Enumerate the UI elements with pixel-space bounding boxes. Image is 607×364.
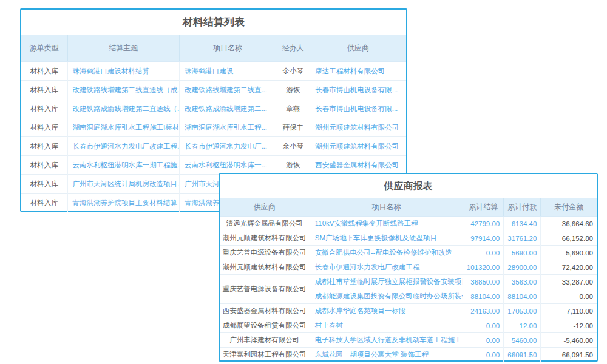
project-name-link[interactable]: 电子科技大学区域人行道及非机动车道工程施工 (310, 333, 463, 348)
settlement-table-title: 材料结算列表 (21, 10, 406, 35)
supplier-table: 供应商 项目名称 累计结算 累计付款 未付金额 清远光辉金属品有限公司 110k… (220, 198, 597, 362)
col-supplier: 供应商 (310, 35, 406, 62)
unpaid-amount-cell: -12.00 (541, 318, 597, 333)
total-paid-cell[interactable]: 12.00 (504, 318, 541, 333)
table-row: 广州丰泽建材有限公司 电子科技大学区域人行道及非机动车道工程施工 0.00 54… (220, 333, 597, 348)
total-settled-cell[interactable]: 0.00 (463, 333, 504, 348)
settlement-subject-link[interactable]: 改建铁路线增建第二线直通线（成... (67, 81, 179, 99)
total-paid-cell[interactable]: 17053.00 (504, 304, 541, 318)
total-paid-cell[interactable]: 31761.20 (504, 231, 541, 246)
settlement-subject-link[interactable]: 湖南洞庭湖水库引水工程施工I标材... (67, 118, 179, 137)
total-settled-cell[interactable]: 0.00 (463, 348, 504, 362)
table-row: 清远光辉金属品有限公司 110kV安徽线程集变开断线路工程 42799.00 6… (220, 217, 597, 231)
supplier-link[interactable]: 康达工程材料有限公司 (310, 62, 406, 81)
handler-cell: 薛保丰 (276, 118, 310, 137)
unpaid-amount-cell: -5,690.00 (541, 246, 597, 260)
supplier-link[interactable]: 长春市博山机电设备有限... (310, 99, 406, 118)
project-name-link[interactable]: SM广场地下车库更换摄像机及硬盘项目 (310, 231, 463, 246)
project-name-link[interactable]: 110kV安徽线程集变开断线路工程 (310, 217, 463, 231)
total-paid-cell[interactable]: 5460.00 (504, 333, 541, 348)
total-settled-cell[interactable]: 88104.00 (463, 289, 504, 304)
total-paid-cell[interactable]: 3563.00 (504, 275, 541, 289)
total-settled-cell[interactable]: 36850.00 (463, 275, 504, 289)
project-name-link[interactable]: 成都杜甫草堂临时展厅独立展柜报警设备安装项目 (310, 275, 463, 289)
col-total-settled: 累计结算 (463, 198, 504, 217)
total-settled-cell[interactable]: 101320.00 (463, 260, 504, 275)
source-type-cell: 材料入库 (21, 156, 67, 175)
project-name-link[interactable]: 村上春树 (310, 318, 463, 333)
supplier-link[interactable]: 潮州元顺建筑材料有限公司 (310, 118, 406, 137)
settlement-subject-link[interactable]: 珠海鹤港口建设材料结算 (67, 62, 179, 81)
project-name-link[interactable]: 湖南洞庭湖水库引水工程... (179, 118, 276, 137)
table-row: 成都展望设备租赁有限公司 村上春树 0.00 12.00 -12.00 (220, 318, 597, 333)
unpaid-amount-cell: -66,091.50 (541, 348, 597, 362)
col-unpaid-amount: 未付金额 (541, 198, 597, 217)
total-paid-cell[interactable]: 5690.00 (504, 246, 541, 260)
col-project-name: 项目名称 (310, 198, 463, 217)
settlement-header-row: 源单类型 结算主题 项目名称 经办人 供应商 (21, 35, 406, 62)
total-settled-cell[interactable]: 0.00 (463, 246, 504, 260)
unpaid-amount-cell: 7,110.00 (541, 304, 597, 318)
col-handler: 经办人 (276, 35, 310, 62)
project-name-link[interactable]: 安徽合肥供电公司--配电设备检修维护和改造 (310, 246, 463, 260)
project-name-link[interactable]: 东城花园一期项目公寓大堂 装饰工程 (310, 348, 463, 362)
source-type-cell: 材料入库 (21, 62, 67, 81)
source-type-cell: 材料入库 (21, 99, 67, 118)
col-supplier: 供应商 (220, 198, 310, 217)
total-paid-cell[interactable]: 28900.00 (504, 260, 541, 275)
supplier-link[interactable]: 长春市博山机电设备有限... (310, 81, 406, 99)
project-name-link[interactable]: 改建铁路成渝线增建第二... (179, 99, 276, 118)
project-name-link[interactable]: 云南水利枢纽潜明水库一... (179, 156, 276, 175)
unpaid-amount-cell: 0.00 (541, 289, 597, 304)
settlement-subject-link[interactable]: 云南水利枢纽潜明水库一期工程施... (67, 156, 179, 175)
col-source-type: 源单类型 (21, 35, 67, 62)
supplier-cell: 潮州元顺建筑材料有限公司 (220, 231, 310, 246)
source-type-cell: 材料入库 (21, 175, 67, 194)
total-settled-cell[interactable]: 0.00 (463, 318, 504, 333)
settlement-subject-link[interactable]: 长春市伊通河水力发电厂改建工程... (67, 137, 179, 156)
supplier-link[interactable]: 潮州元顺建筑材料有限公司 (310, 137, 406, 156)
project-name-link[interactable]: 成都能源建设集团投资有限公司临时办公场所装修 (310, 289, 463, 304)
project-name-link[interactable]: 长春市伊通河水力发电厂... (179, 137, 276, 156)
total-settled-cell[interactable]: 42799.00 (463, 217, 504, 231)
supplier-cell: 天津嘉利园林工程有限公司 (220, 348, 310, 362)
total-paid-cell[interactable]: 6134.40 (504, 217, 541, 231)
total-paid-cell[interactable]: 66091.50 (504, 348, 541, 362)
table-row: 材料入库 云南水利枢纽潜明水库一期工程施... 云南水利枢纽潜明水库一... 游… (21, 156, 406, 175)
source-type-cell: 材料入库 (21, 194, 67, 212)
settlement-subject-link[interactable]: 广州市天河区统计局机房改造项目... (67, 175, 179, 194)
source-type-cell: 材料入库 (21, 118, 67, 137)
supplier-header-row: 供应商 项目名称 累计结算 累计付款 未付金额 (220, 198, 597, 217)
supplier-table-title: 供应商报表 (220, 174, 597, 198)
handler-cell: 章燕 (276, 99, 310, 118)
table-row: 材料入库 改建铁路成渝线增建第二直通线（... 改建铁路成渝线增建第二... 章… (21, 99, 406, 118)
handler-cell: 游恢 (276, 156, 310, 175)
total-settled-cell[interactable]: 97914.00 (463, 231, 504, 246)
project-name-link[interactable]: 改建铁路线增建第二线直... (179, 81, 276, 99)
handler-cell: 余小琴 (276, 62, 310, 81)
unpaid-amount-cell: 66,152.80 (541, 231, 597, 246)
unpaid-amount-cell: -5,460.00 (541, 333, 597, 348)
supplier-cell: 清远光辉金属品有限公司 (220, 217, 310, 231)
table-row: 材料入库 湖南洞庭湖水库引水工程施工I标材... 湖南洞庭湖水库引水工程... … (21, 118, 406, 137)
source-type-cell: 材料入库 (21, 81, 67, 99)
supplier-cell: 潮州元顺建筑材料有限公司 (220, 260, 310, 275)
total-settled-cell[interactable]: 24163.00 (463, 304, 504, 318)
project-name-link[interactable]: 长春市伊通河水力发电厂改建工程 (310, 260, 463, 275)
supplier-link[interactable]: 西安盛器金属材料有限公司 (310, 156, 406, 175)
settlement-subject-link[interactable]: 改建铁路成渝线增建第二直通线（... (67, 99, 179, 118)
settlement-subject-link[interactable]: 青海洪湖养护院项目主要材料结算 (67, 194, 179, 212)
total-paid-cell[interactable]: 88104.00 (504, 289, 541, 304)
table-row: 重庆艺普电源设备有限公司 成都杜甫草堂临时展厅独立展柜报警设备安装项目 3685… (220, 275, 597, 289)
project-name-link[interactable]: 成都水岸华庭名苑项目一标段 (310, 304, 463, 318)
table-row: 西安盛器金属材料有限公司 成都水岸华庭名苑项目一标段 24163.00 1705… (220, 304, 597, 318)
col-project-name: 项目名称 (179, 35, 276, 62)
report-page: 材料结算列表 源单类型 结算主题 项目名称 经办人 供应商 材料入库 珠海鹤港口… (0, 0, 607, 364)
col-settlement-subject: 结算主题 (67, 35, 179, 62)
table-row: 天津嘉利园林工程有限公司 东城花园一期项目公寓大堂 装饰工程 0.00 6609… (220, 348, 597, 362)
supplier-cell: 广州丰泽建材有限公司 (220, 333, 310, 348)
project-name-link[interactable]: 珠海鹤港口建设 (179, 62, 276, 81)
table-row: 材料入库 长春市伊通河水力发电厂改建工程... 长春市伊通河水力发电厂... 余… (21, 137, 406, 156)
unpaid-amount-cell: 33,287.00 (541, 275, 597, 289)
table-row: 材料入库 改建铁路线增建第二线直通线（成... 改建铁路线增建第二线直... 游… (21, 81, 406, 99)
